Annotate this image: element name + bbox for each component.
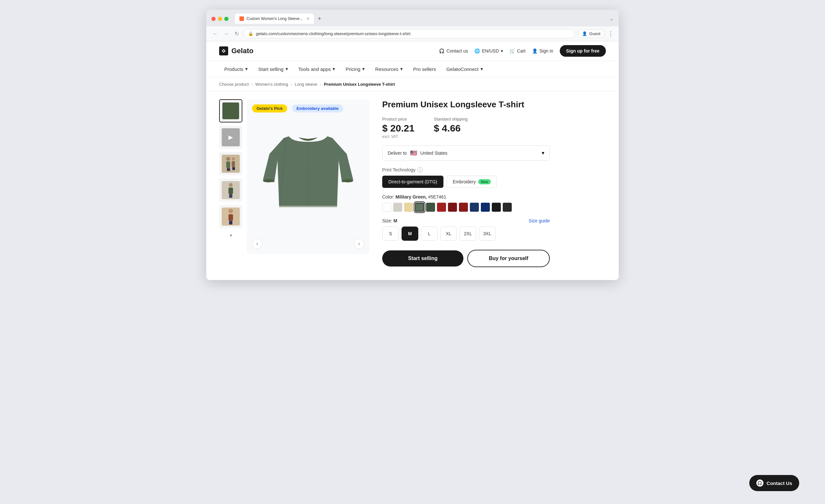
image-next-button[interactable]: › [354, 238, 364, 249]
svg-point-9 [229, 183, 233, 187]
embroidery-button[interactable]: Embroidery New [447, 175, 497, 188]
selected-size: M [393, 218, 397, 223]
swatch-red[interactable] [437, 203, 446, 212]
url-text: gelato.com/custom/womens-clothing/long-s… [256, 31, 570, 36]
deliver-country: United States [420, 150, 447, 156]
nav-start-selling-label: Start selling [258, 66, 283, 72]
breadcrumb-womens-clothing[interactable]: Women's clothing [255, 82, 288, 87]
browser-window: Custom Women's Long Sleeve... ✕ + ⌄ ← → … [206, 10, 619, 280]
size-m-button[interactable]: M [401, 226, 418, 241]
swatch-military-green[interactable] [415, 203, 424, 212]
language-selector[interactable]: 🌐 EN/USD ▾ [474, 48, 503, 54]
size-xl-button[interactable]: XL [440, 226, 457, 241]
profile-button[interactable]: 👤 Guest [578, 29, 605, 38]
color-selected-name: Military Green, [395, 194, 428, 200]
sign-up-button[interactable]: Sign up for free [560, 45, 606, 57]
swatch-dark-black[interactable] [503, 203, 512, 212]
maximize-dot[interactable] [224, 17, 228, 21]
size-3xl-button[interactable]: 3XL [479, 226, 496, 241]
dtg-button[interactable]: Direct-to-garment (DTG) [382, 175, 443, 188]
product-info-panel: Premium Unisex Longsleeve T-shirt Produc… [382, 99, 550, 267]
contact-us-link[interactable]: 🎧 Contact us [439, 48, 468, 54]
nav-start-selling[interactable]: Start selling ▾ [253, 61, 293, 77]
swatch-black[interactable] [492, 203, 501, 212]
start-selling-button[interactable]: Start selling [382, 250, 463, 267]
contact-us-float-button[interactable]: 🎧 Contact Us [749, 475, 799, 491]
thumbnail-1[interactable] [219, 99, 242, 123]
shipping-price-value: $ 4.66 [434, 123, 468, 134]
nav-pro-sellers[interactable]: Pro sellers [408, 61, 441, 77]
size-l-button[interactable]: L [421, 226, 438, 241]
size-guide-link[interactable]: Size guide [529, 218, 550, 223]
svg-point-18 [342, 179, 353, 183]
nav-start-selling-chevron: ▾ [286, 66, 288, 72]
contact-us-label: Contact us [446, 48, 468, 54]
image-prev-button[interactable]: ‹ [252, 238, 262, 249]
swatch-cream[interactable] [404, 203, 413, 212]
deliver-to-dropdown[interactable]: Deliver to 🇺🇸 United States ▾ [382, 145, 550, 161]
buy-for-yourself-button[interactable]: Buy for yourself [467, 250, 550, 267]
thumbnail-scroll-down[interactable]: ▾ [219, 231, 242, 239]
swatch-dark-navy[interactable] [481, 203, 490, 212]
nav-gelato-connect-chevron: ▾ [480, 66, 483, 72]
swatch-dark-forest-green[interactable] [426, 203, 435, 212]
swatch-navy[interactable] [470, 203, 479, 212]
nav-resources[interactable]: Resources ▾ [370, 61, 408, 77]
browser-menu-button[interactable]: ⋮ [608, 30, 614, 38]
size-label: Size: M [382, 218, 397, 223]
headphone-icon: 🎧 [439, 48, 444, 54]
forward-button[interactable]: → [222, 30, 230, 38]
thumbnail-3-couple[interactable] [219, 152, 242, 175]
contact-us-float-label: Contact Us [767, 481, 792, 486]
cart-link[interactable]: 🛒 Cart [510, 48, 525, 54]
embroidery-badge: Embroidery available [292, 104, 343, 113]
thumbnail-5[interactable] [219, 205, 242, 228]
lock-icon: 🔒 [248, 31, 253, 36]
reload-button[interactable]: ↻ [233, 29, 240, 38]
size-header: Size: M Size guide [382, 218, 550, 223]
svg-point-13 [228, 209, 233, 213]
browser-collapse-button[interactable]: ⌄ [610, 16, 614, 21]
tab-favicon [239, 16, 244, 21]
main-product-image: Gelato's Pick Embroidery available [247, 99, 369, 254]
person-illustration [226, 209, 236, 225]
chevron-down-icon: ▾ [501, 48, 503, 54]
sign-in-link[interactable]: 👤 Sign in [532, 48, 553, 54]
nav-products-chevron: ▾ [245, 66, 248, 72]
minimize-dot[interactable] [218, 17, 222, 21]
address-bar[interactable]: 🔒 gelato.com/custom/womens-clothing/long… [243, 29, 575, 39]
nav-products[interactable]: Products ▾ [219, 61, 253, 77]
site-logo[interactable]: Gelato [219, 47, 253, 56]
thumbnail-list: ▶ [219, 99, 242, 267]
product-price-value: $ 20.21 [382, 123, 415, 134]
breadcrumb-choose-product[interactable]: Choose product [219, 82, 249, 87]
size-s-button[interactable]: S [382, 226, 399, 241]
active-tab[interactable]: Custom Women's Long Sleeve... ✕ [235, 13, 314, 24]
nav-gelato-connect[interactable]: GelatoConnect ▾ [441, 61, 488, 77]
thumbnail-4[interactable] [219, 178, 242, 202]
swatch-light-grey[interactable] [393, 203, 402, 212]
swatch-burgundy[interactable] [459, 203, 468, 212]
close-dot[interactable] [211, 17, 216, 21]
nav-pricing[interactable]: Pricing ▾ [340, 61, 370, 77]
color-label: Color: Military Green, #5E7461 [382, 194, 550, 200]
print-tech-info-icon[interactable]: i [417, 167, 423, 172]
swatch-dark-red[interactable] [448, 203, 457, 212]
svg-rect-6 [232, 161, 235, 167]
swatch-white[interactable] [382, 203, 391, 212]
contact-us-icon: 🎧 [756, 480, 763, 487]
nav-pricing-label: Pricing [346, 66, 360, 72]
svg-point-1 [226, 157, 230, 161]
breadcrumb-current: Premium Unisex Longsleeve T-shirt [324, 82, 395, 87]
deliver-to-label: Deliver to [388, 150, 407, 156]
new-tab-button[interactable]: + [315, 14, 324, 23]
tab-close-button[interactable]: ✕ [306, 17, 309, 21]
pricing-row: Product price $ 20.21 excl. VAT Standard… [382, 117, 550, 139]
color-swatches [382, 203, 550, 212]
thumbnail-2-video[interactable]: ▶ [219, 126, 242, 149]
breadcrumb-long-sleeve[interactable]: Long sleeve [295, 82, 317, 87]
back-button[interactable]: ← [211, 30, 219, 38]
nav-tools-apps[interactable]: Tools and apps ▾ [293, 61, 341, 77]
excl-vat-note: excl. VAT [382, 134, 415, 139]
size-2xl-button[interactable]: 2XL [460, 226, 476, 241]
